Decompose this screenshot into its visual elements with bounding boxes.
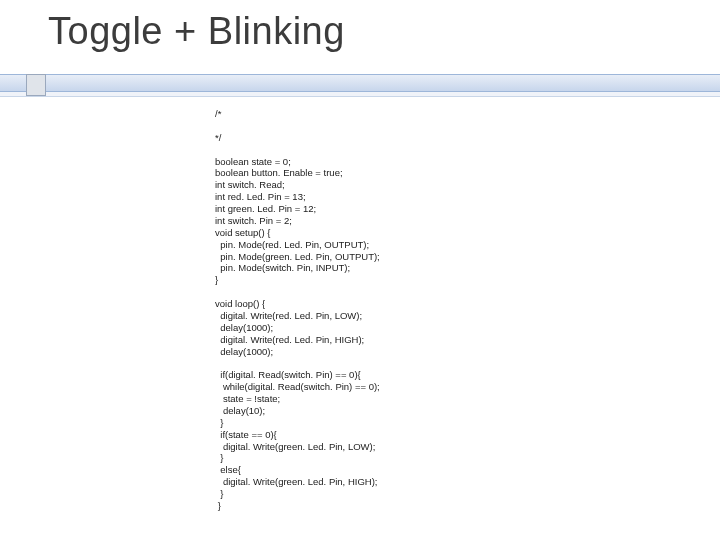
code-block: /* */ boolean state = 0; boolean button.…: [215, 108, 685, 512]
slide-title: Toggle + Blinking: [48, 10, 345, 53]
code-line: while(digital. Read(switch. Pin) == 0);: [215, 381, 380, 392]
code-line: delay(1000);: [215, 322, 273, 333]
code-line: }: [215, 452, 223, 463]
code-line: int red. Led. Pin = 13;: [215, 191, 306, 202]
code-line: }: [215, 488, 223, 499]
code-line: if(digital. Read(switch. Pin) == 0){: [215, 369, 361, 380]
code-line: }: [215, 417, 223, 428]
code-line: int switch. Pin = 2;: [215, 215, 292, 226]
bar-top: [0, 74, 720, 92]
code-line: int switch. Read;: [215, 179, 285, 190]
code-line: delay(10);: [215, 405, 265, 416]
code-line: pin. Mode(red. Led. Pin, OUTPUT);: [215, 239, 369, 250]
code-line: /*: [215, 108, 221, 119]
code-line: digital. Write(green. Led. Pin, HIGH);: [215, 476, 377, 487]
code-line: boolean state = 0;: [215, 156, 291, 167]
code-line: state = !state;: [215, 393, 280, 404]
accent-block: [26, 74, 46, 96]
bar-bottom: [0, 92, 720, 97]
code-line: */: [215, 132, 221, 143]
code-line: }: [215, 500, 221, 511]
code-line: void setup() {: [215, 227, 270, 238]
title-underline-bar: [0, 74, 720, 97]
code-line: else{: [215, 464, 241, 475]
code-line: delay(1000);: [215, 346, 273, 357]
code-line: digital. Write(red. Led. Pin, HIGH);: [215, 334, 364, 345]
code-line: int green. Led. Pin = 12;: [215, 203, 316, 214]
code-line: boolean button. Enable = true;: [215, 167, 343, 178]
code-line: pin. Mode(switch. Pin, INPUT);: [215, 262, 350, 273]
code-line: digital. Write(green. Led. Pin, LOW);: [215, 441, 375, 452]
code-line: digital. Write(red. Led. Pin, LOW);: [215, 310, 362, 321]
code-line: void loop() {: [215, 298, 265, 309]
slide: Toggle + Blinking /* */ boolean state = …: [0, 0, 720, 540]
code-line: }: [215, 274, 218, 285]
code-line: if(state == 0){: [215, 429, 277, 440]
code-line: pin. Mode(green. Led. Pin, OUTPUT);: [215, 251, 380, 262]
